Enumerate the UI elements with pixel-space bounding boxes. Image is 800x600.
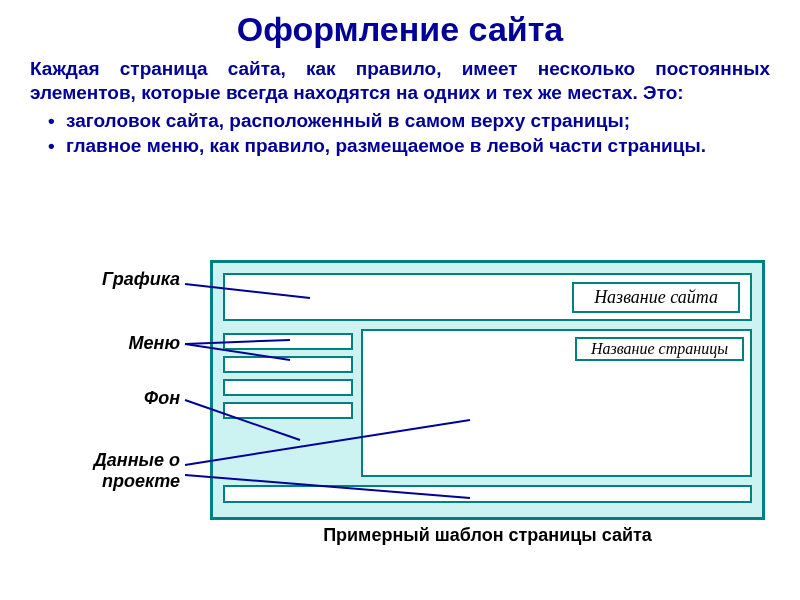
template-footer (223, 485, 752, 503)
page-title-box: Название страницы (575, 337, 744, 361)
site-template-box: Название сайта Название страницы (210, 260, 765, 520)
label-project-data: Данные о проекте (30, 450, 180, 492)
label-menu: Меню (30, 333, 180, 354)
template-menu-item (223, 333, 353, 350)
bullet-item: заголовок сайта, расположенный в самом в… (48, 109, 770, 133)
intro-paragraph: Каждая страница сайта, как правило, имее… (0, 49, 800, 109)
diagram: Графика Меню Фон Данные о проекте Назван… (0, 260, 800, 600)
bullet-item: главное меню, как правило, размещаемое в… (48, 134, 770, 158)
template-menu-item (223, 402, 353, 419)
diagram-caption: Примерный шаблон страницы сайта (210, 525, 765, 546)
label-background: Фон (30, 388, 180, 409)
site-title-box: Название сайта (572, 282, 740, 313)
template-menu-item (223, 379, 353, 396)
template-menu-column (223, 329, 353, 477)
bullet-list: заголовок сайта, расположенный в самом в… (0, 109, 800, 159)
template-menu-item (223, 356, 353, 373)
template-content-panel: Название страницы (361, 329, 752, 477)
template-header: Название сайта (223, 273, 752, 321)
page-title: Оформление сайта (0, 0, 800, 49)
label-graphics: Графика (30, 269, 180, 290)
